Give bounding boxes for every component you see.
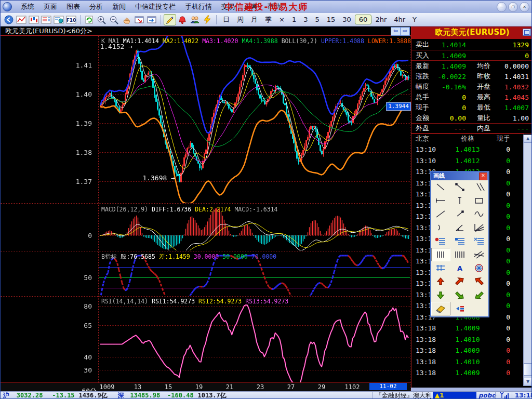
- period-button-60[interactable]: 60: [355, 15, 372, 24]
- alarm-bell-icon[interactable]: [176, 14, 189, 25]
- back-icon[interactable]: [3, 14, 15, 25]
- menu-item-0[interactable]: 系统: [16, 1, 39, 12]
- parallel-lines-tool[interactable]: [469, 180, 488, 194]
- tape-row[interactable]: 13:181.40090: [411, 369, 524, 380]
- menu-item-3[interactable]: 分析: [85, 1, 108, 12]
- alert-badge[interactable]: ▲1: [433, 392, 476, 399]
- users-icon[interactable]: [189, 14, 201, 25]
- arrow-up-left-tool[interactable]: [469, 275, 488, 288]
- tape-time: 13:18: [416, 324, 436, 332]
- hide-lines-tool[interactable]: [450, 302, 470, 315]
- gann-wheel-tool[interactable]: [469, 261, 488, 275]
- news-list-icon[interactable]: [52, 14, 65, 25]
- window-back-icon[interactable]: [133, 14, 145, 25]
- chart-prev-button[interactable]: ⇦: [391, 27, 401, 36]
- period-button-1[interactable]: 1: [288, 15, 300, 24]
- tape-row[interactable]: 13:101.40120: [411, 157, 524, 168]
- period-button-30[interactable]: 30: [339, 15, 355, 24]
- period-button-2hr[interactable]: 2hr: [371, 15, 390, 24]
- period-button-季[interactable]: 季: [261, 15, 275, 25]
- window-forward-icon[interactable]: [145, 14, 158, 25]
- tape-time: 13:10: [416, 157, 436, 165]
- period-button-3[interactable]: 3: [300, 15, 311, 24]
- zoom-out-icon[interactable]: [108, 14, 121, 25]
- short-segment-tool[interactable]: [450, 207, 470, 221]
- wave-line-tool[interactable]: [469, 207, 488, 221]
- candlestick-icon[interactable]: [28, 14, 40, 25]
- quote-restore-icon[interactable]: [523, 29, 531, 36]
- period-button-Y[interactable]: Y: [409, 15, 420, 24]
- rectangle-tool[interactable]: [469, 194, 488, 207]
- horizontal-line-tool[interactable]: [431, 194, 450, 207]
- tape-volume: 0: [506, 291, 510, 299]
- arrow-up-tool[interactable]: [431, 275, 450, 288]
- tape-row[interactable]: 13:181.40100: [411, 336, 524, 347]
- quote-board-icon[interactable]: [40, 14, 52, 25]
- menu-item-2[interactable]: 图表: [62, 1, 85, 12]
- vertical-grid-tool[interactable]: [431, 248, 450, 261]
- period-button-周[interactable]: 周: [233, 15, 247, 25]
- band-lines-tool[interactable]: [431, 261, 450, 275]
- tape-row[interactable]: 13:101.40130: [411, 145, 524, 156]
- palette-close-icon[interactable]: ✕: [479, 172, 487, 180]
- percent-lines-tool[interactable]: [450, 234, 470, 248]
- arrow-down-tool[interactable]: [431, 288, 450, 302]
- draw-line-icon[interactable]: [164, 14, 176, 25]
- cycle-lines-tool[interactable]: [450, 248, 470, 261]
- scroll-up-icon[interactable]: ▲: [524, 135, 532, 143]
- buy-row[interactable]: 买入 1.4009 0: [411, 50, 532, 60]
- tape-volume: 0: [506, 302, 510, 310]
- period-button-4hr[interactable]: 4hr: [390, 15, 409, 24]
- menu-item-6[interactable]: 手机行情: [180, 1, 217, 12]
- period-button-5[interactable]: 5: [311, 15, 323, 24]
- drag-hand-icon[interactable]: [121, 14, 133, 25]
- text-note-tool[interactable]: A: [450, 261, 470, 275]
- news-ticker[interactable]: 『金融财经』澳大利: [376, 392, 432, 399]
- period-button-日[interactable]: 日: [219, 15, 233, 25]
- f10-info-icon[interactable]: F10: [65, 14, 77, 25]
- scroll-down-icon[interactable]: ▼: [524, 378, 532, 386]
- shanghai-label: 沪: [3, 392, 9, 399]
- tape-row[interactable]: 13:181.40090: [411, 347, 524, 357]
- arrow-down-right-tool[interactable]: [450, 288, 470, 302]
- scroll-thumb[interactable]: [524, 363, 532, 376]
- menu-item-1[interactable]: 页面: [39, 1, 62, 12]
- chart-next-button[interactable]: ⇨: [400, 27, 410, 36]
- arrow-down-left-tool[interactable]: [469, 288, 488, 302]
- app-icon[interactable]: [3, 2, 12, 11]
- period-button-月[interactable]: 月: [247, 15, 261, 25]
- arrow-up-right-tool[interactable]: [450, 275, 470, 288]
- zoom-in-icon[interactable]: [96, 14, 108, 25]
- angle-line-tool[interactable]: [450, 221, 470, 234]
- tape-row[interactable]: 13:181.40090: [411, 324, 524, 335]
- tape-time: 13:18: [416, 369, 436, 377]
- tape-volume: 0: [506, 324, 510, 332]
- flow-row: 外盘 --- 内盘 ---: [411, 124, 532, 133]
- trend-line-tool[interactable]: [431, 180, 450, 194]
- period-button-15[interactable]: 15: [323, 15, 339, 24]
- tape-scrollbar[interactable]: ▲ ▼: [523, 135, 532, 386]
- slant-channel-tool[interactable]: [469, 248, 488, 261]
- eraser-tool[interactable]: [431, 302, 450, 315]
- price-chart-canvas[interactable]: [1, 36, 411, 391]
- tape-header-vol: 现手: [497, 134, 510, 143]
- division-lines-tool[interactable]: [469, 234, 488, 248]
- period-button-×[interactable]: ×: [275, 15, 288, 24]
- minimize-button[interactable]: –: [497, 2, 507, 12]
- restore-button[interactable]: ❐: [508, 2, 518, 12]
- gann-fan-tool[interactable]: [469, 221, 488, 234]
- shenzhen-amount: 1013.7亿: [197, 392, 226, 399]
- sell-row[interactable]: 卖出 1.4014 1329: [411, 39, 532, 50]
- menu-item-4[interactable]: 新闻: [108, 1, 130, 12]
- tape-row[interactable]: 13:181.40100: [411, 358, 524, 369]
- segment-tool[interactable]: [450, 180, 470, 194]
- lightning-icon[interactable]: [201, 14, 214, 25]
- line-chart-icon[interactable]: [15, 14, 28, 25]
- menu-item-5[interactable]: 中信建投专栏: [130, 1, 180, 12]
- refresh-icon[interactable]: [83, 14, 96, 25]
- golden-section-tool[interactable]: [431, 234, 450, 248]
- close-button[interactable]: ✕: [520, 2, 529, 12]
- rising-line-tool[interactable]: [431, 207, 450, 221]
- arc-tool[interactable]: [431, 221, 450, 234]
- vertical-line-tool[interactable]: [450, 194, 470, 207]
